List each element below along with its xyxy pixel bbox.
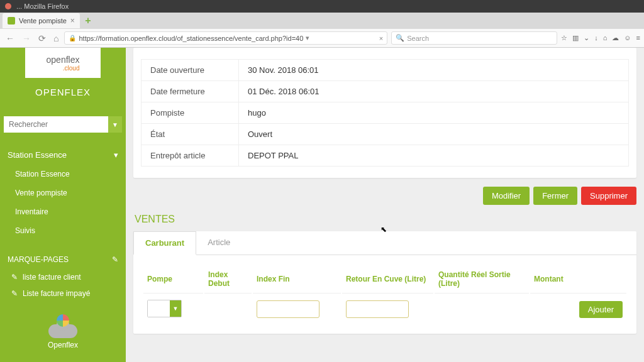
sidebar-search-input[interactable] (4, 116, 108, 133)
library-icon[interactable]: ▥ (572, 34, 579, 42)
account-icon[interactable]: ☺ (624, 34, 631, 42)
url-input[interactable]: 🔒 https://formation.openflex.cloud/of_st… (64, 31, 387, 45)
table-row: Entrepôt articleDEPOT PPAL (142, 145, 629, 167)
home-button[interactable]: ⌂ (52, 33, 60, 43)
bookmarks-header: MARQUE-PAGES ✎ (0, 250, 126, 269)
sidebar-item-vente[interactable]: Vente pompiste (0, 184, 126, 202)
new-tab-button[interactable]: + (81, 14, 95, 28)
index-fin-input[interactable] (257, 300, 319, 318)
home-icon[interactable]: ⌂ (603, 34, 608, 42)
ventes-input-row: ▼ Ajouter (143, 295, 626, 324)
back-button[interactable]: ← (4, 33, 16, 43)
bookmark-item-facture-client[interactable]: liste facture client (0, 269, 126, 285)
search-dropdown-button[interactable]: ▼ (108, 116, 122, 133)
ventes-title: VENTES (133, 214, 636, 225)
col-quantite: Quantité Réel Sortie (Litre) (435, 265, 529, 293)
dropdown-icon[interactable]: ▾ (306, 34, 309, 42)
table-row: Date fermeture01 Déc. 2018 06:01 (142, 81, 629, 102)
openflex-cloud-icon (48, 318, 77, 338)
tab-title: Vente pompiste (19, 17, 67, 25)
modifier-button[interactable]: Modifier (483, 187, 530, 205)
footer-label: Openflex (0, 341, 126, 349)
lock-icon: 🔒 (69, 35, 76, 41)
reload-button[interactable]: ⟳ (36, 33, 48, 43)
search-icon: 🔍 (396, 34, 404, 42)
search-placeholder: Search (407, 35, 429, 42)
forward-button[interactable]: → (20, 33, 33, 43)
table-row: Date ouverture30 Nov. 2018 06:01 (142, 60, 629, 81)
tab-article[interactable]: Article (196, 231, 242, 255)
pocket-icon[interactable]: ⌄ (584, 34, 589, 42)
browser-search-input[interactable]: 🔍 Search (391, 31, 557, 45)
nav-section-header[interactable]: Station Essence ▾ (0, 145, 126, 165)
tab-carburant[interactable]: Carburant (133, 231, 196, 255)
sync-icon[interactable]: ☁ (612, 34, 619, 42)
sidebar-item-station[interactable]: Station Essence (0, 165, 126, 184)
col-index-fin: Index Fin (253, 265, 341, 293)
bookmark-icon[interactable]: ☆ (561, 34, 567, 42)
ajouter-button[interactable]: Ajouter (579, 301, 623, 318)
collapse-icon: ▾ (114, 150, 118, 160)
info-table: Date ouverture30 Nov. 2018 06:01 Date fe… (141, 59, 629, 167)
edit-icon[interactable]: ✎ (112, 255, 118, 264)
os-window-title: ... Mozilla Firefox (16, 3, 69, 10)
chevron-down-icon: ▼ (170, 300, 181, 317)
retour-cuve-input[interactable] (346, 300, 409, 318)
close-icon[interactable]: × (70, 16, 75, 25)
logo: openflex.cloud (25, 48, 101, 78)
col-index-debut: Index Debut (204, 265, 252, 293)
supprimer-button[interactable]: Supprimer (581, 187, 636, 205)
fermer-button[interactable]: Fermer (533, 187, 577, 205)
bookmark-item-facture-impaye[interactable]: Liste facture impayé (0, 285, 126, 302)
col-pompe: Pompe (143, 265, 203, 293)
clear-url-icon[interactable]: × (379, 35, 383, 42)
browser-tab[interactable]: Vente pompiste × (3, 13, 80, 28)
table-row: ÉtatOuvert (142, 124, 629, 145)
col-montant: Montant (530, 265, 626, 293)
os-close-button[interactable] (5, 3, 11, 9)
download-icon[interactable]: ↓ (594, 34, 598, 42)
section-title-label: Station Essence (8, 150, 67, 160)
pompe-select[interactable]: ▼ (147, 300, 182, 317)
favicon-icon (8, 17, 15, 25)
bookmarks-title-label: MARQUE-PAGES (8, 255, 69, 264)
sidebar-item-inventaire[interactable]: Inventaire (0, 202, 126, 221)
col-retour: Retour En Cuve (Litre) (342, 265, 433, 293)
table-row: Pompistehugo (142, 102, 629, 124)
brand-name: OPENFLEX (0, 87, 126, 97)
url-text: https://formation.openflex.cloud/of_stat… (79, 35, 303, 42)
sidebar-item-suivis[interactable]: Suivis (0, 221, 126, 240)
menu-icon[interactable]: ≡ (636, 34, 640, 42)
